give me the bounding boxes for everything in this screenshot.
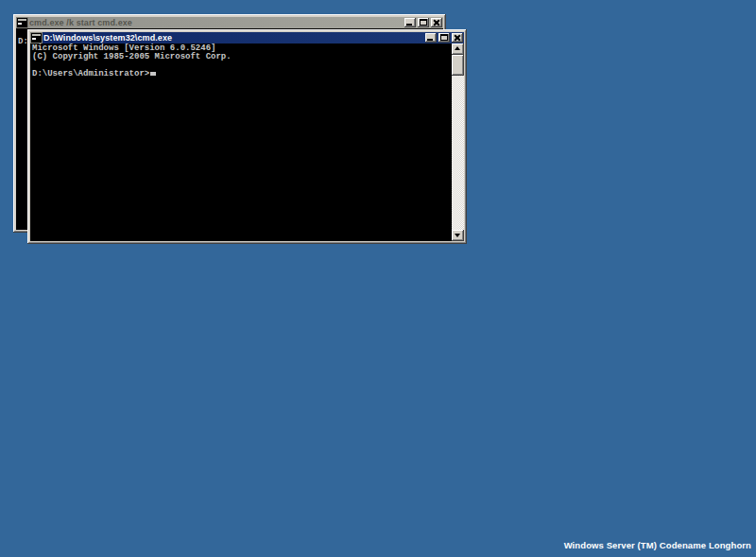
console-text: Microsoft Windows [Version 6.0.5246] (C)…	[30, 44, 452, 78]
caption-buttons	[404, 18, 442, 27]
minimize-icon	[406, 24, 412, 26]
cmd-icon-titlestrip	[18, 19, 26, 21]
close-button[interactable]	[452, 33, 463, 43]
close-button[interactable]	[431, 18, 442, 27]
titlebar-inactive[interactable]: cmd.exe /k start cmd.exe	[16, 17, 443, 28]
titlebar-active[interactable]: D:\Windows\system32\cmd.exe	[30, 32, 464, 44]
scroll-up-button[interactable]	[452, 44, 464, 55]
arrow-up-icon	[455, 46, 460, 50]
cmd-icon-titlestrip	[32, 34, 41, 36]
maximize-icon	[420, 19, 427, 26]
window-cmd-active[interactable]: D:\Windows\system32\cmd.exe Microsoft Wi…	[27, 29, 467, 244]
close-icon	[432, 19, 441, 26]
vertical-scrollbar[interactable]	[452, 44, 464, 241]
cmd-icon-prompt	[32, 38, 36, 40]
window-title: cmd.exe /k start cmd.exe	[29, 18, 403, 27]
console-text-content: Microsoft Windows [Version 6.0.5246] (C)…	[32, 44, 232, 78]
scrollbar-thumb[interactable]	[452, 55, 464, 76]
console-output[interactable]: Microsoft Windows [Version 6.0.5246] (C)…	[30, 44, 452, 241]
minimize-button[interactable]	[404, 18, 416, 27]
cmd-icon[interactable]	[17, 18, 27, 27]
maximize-button[interactable]	[418, 18, 429, 27]
window-title: D:\Windows\system32\cmd.exe	[43, 33, 423, 43]
scroll-down-button[interactable]	[452, 230, 464, 241]
cmd-icon[interactable]	[31, 33, 42, 43]
scrollbar-track[interactable]	[452, 76, 464, 230]
minimize-button[interactable]	[425, 33, 437, 43]
maximize-icon	[440, 34, 448, 41]
arrow-down-icon	[455, 234, 460, 237]
text-cursor	[150, 72, 156, 76]
desktop[interactable]: cmd.exe /k start cmd.exe D: D:\Windows\s…	[0, 0, 756, 557]
caption-buttons	[425, 33, 463, 43]
minimize-icon	[427, 39, 433, 41]
cmd-icon-prompt	[18, 23, 22, 25]
close-icon	[453, 34, 462, 42]
maximize-button[interactable]	[438, 33, 450, 43]
desktop-watermark: Windows Server (TM) Codename Longhorn	[564, 540, 751, 550]
